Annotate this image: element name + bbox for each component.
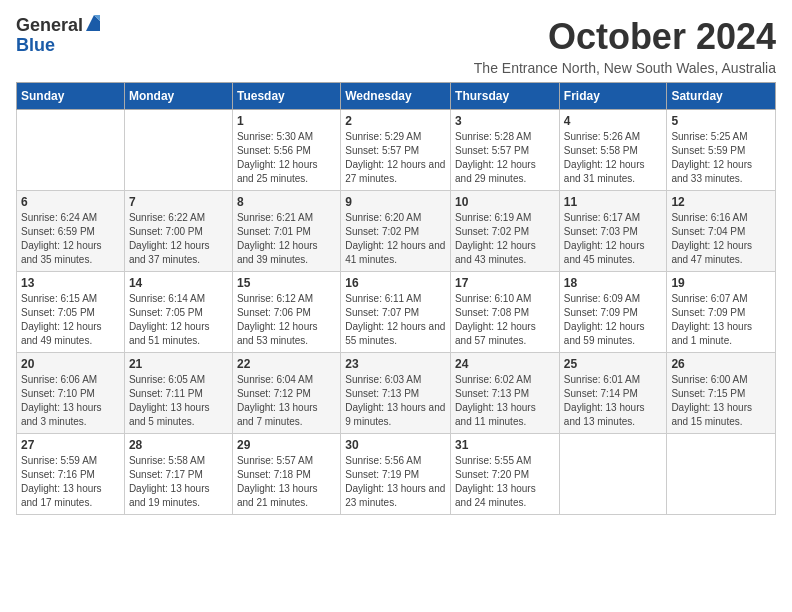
day-info: Sunrise: 6:15 AMSunset: 7:05 PMDaylight:… [21, 292, 120, 348]
day-number: 20 [21, 357, 120, 371]
day-number: 31 [455, 438, 555, 452]
calendar-cell: 29Sunrise: 5:57 AMSunset: 7:18 PMDayligh… [232, 434, 340, 515]
day-info: Sunrise: 6:21 AMSunset: 7:01 PMDaylight:… [237, 211, 336, 267]
day-number: 7 [129, 195, 228, 209]
calendar-cell: 26Sunrise: 6:00 AMSunset: 7:15 PMDayligh… [667, 353, 776, 434]
calendar-cell: 31Sunrise: 5:55 AMSunset: 7:20 PMDayligh… [451, 434, 560, 515]
header-cell-tuesday: Tuesday [232, 83, 340, 110]
day-number: 10 [455, 195, 555, 209]
calendar-cell: 13Sunrise: 6:15 AMSunset: 7:05 PMDayligh… [17, 272, 125, 353]
day-number: 30 [345, 438, 446, 452]
day-number: 17 [455, 276, 555, 290]
day-number: 4 [564, 114, 663, 128]
calendar-cell: 6Sunrise: 6:24 AMSunset: 6:59 PMDaylight… [17, 191, 125, 272]
day-info: Sunrise: 6:03 AMSunset: 7:13 PMDaylight:… [345, 373, 446, 429]
header-cell-friday: Friday [559, 83, 667, 110]
calendar-cell [667, 434, 776, 515]
calendar-cell: 19Sunrise: 6:07 AMSunset: 7:09 PMDayligh… [667, 272, 776, 353]
day-number: 9 [345, 195, 446, 209]
calendar-week-row: 1Sunrise: 5:30 AMSunset: 5:56 PMDaylight… [17, 110, 776, 191]
day-number: 6 [21, 195, 120, 209]
day-number: 11 [564, 195, 663, 209]
calendar-cell: 16Sunrise: 6:11 AMSunset: 7:07 PMDayligh… [341, 272, 451, 353]
month-title: October 2024 [474, 16, 776, 58]
calendar-cell: 25Sunrise: 6:01 AMSunset: 7:14 PMDayligh… [559, 353, 667, 434]
day-number: 21 [129, 357, 228, 371]
calendar-cell: 1Sunrise: 5:30 AMSunset: 5:56 PMDaylight… [232, 110, 340, 191]
calendar-cell: 4Sunrise: 5:26 AMSunset: 5:58 PMDaylight… [559, 110, 667, 191]
calendar-cell: 14Sunrise: 6:14 AMSunset: 7:05 PMDayligh… [124, 272, 232, 353]
day-info: Sunrise: 6:07 AMSunset: 7:09 PMDaylight:… [671, 292, 771, 348]
calendar-cell: 28Sunrise: 5:58 AMSunset: 7:17 PMDayligh… [124, 434, 232, 515]
day-number: 19 [671, 276, 771, 290]
day-info: Sunrise: 6:00 AMSunset: 7:15 PMDaylight:… [671, 373, 771, 429]
header-cell-saturday: Saturday [667, 83, 776, 110]
calendar-week-row: 27Sunrise: 5:59 AMSunset: 7:16 PMDayligh… [17, 434, 776, 515]
day-info: Sunrise: 5:26 AMSunset: 5:58 PMDaylight:… [564, 130, 663, 186]
day-number: 29 [237, 438, 336, 452]
calendar-cell: 3Sunrise: 5:28 AMSunset: 5:57 PMDaylight… [451, 110, 560, 191]
calendar-cell: 17Sunrise: 6:10 AMSunset: 7:08 PMDayligh… [451, 272, 560, 353]
day-info: Sunrise: 5:57 AMSunset: 7:18 PMDaylight:… [237, 454, 336, 510]
calendar-cell: 8Sunrise: 6:21 AMSunset: 7:01 PMDaylight… [232, 191, 340, 272]
header-cell-wednesday: Wednesday [341, 83, 451, 110]
day-info: Sunrise: 6:14 AMSunset: 7:05 PMDaylight:… [129, 292, 228, 348]
logo-icon [84, 15, 102, 33]
calendar-cell: 27Sunrise: 5:59 AMSunset: 7:16 PMDayligh… [17, 434, 125, 515]
calendar-cell: 12Sunrise: 6:16 AMSunset: 7:04 PMDayligh… [667, 191, 776, 272]
day-number: 1 [237, 114, 336, 128]
calendar-cell: 24Sunrise: 6:02 AMSunset: 7:13 PMDayligh… [451, 353, 560, 434]
page-header: General Blue October 2024 The Entrance N… [16, 16, 776, 76]
day-info: Sunrise: 6:20 AMSunset: 7:02 PMDaylight:… [345, 211, 446, 267]
day-number: 28 [129, 438, 228, 452]
calendar-week-row: 20Sunrise: 6:06 AMSunset: 7:10 PMDayligh… [17, 353, 776, 434]
day-info: Sunrise: 6:10 AMSunset: 7:08 PMDaylight:… [455, 292, 555, 348]
day-info: Sunrise: 6:02 AMSunset: 7:13 PMDaylight:… [455, 373, 555, 429]
calendar-cell [17, 110, 125, 191]
calendar-cell: 20Sunrise: 6:06 AMSunset: 7:10 PMDayligh… [17, 353, 125, 434]
day-number: 3 [455, 114, 555, 128]
header-row: SundayMondayTuesdayWednesdayThursdayFrid… [17, 83, 776, 110]
day-info: Sunrise: 5:30 AMSunset: 5:56 PMDaylight:… [237, 130, 336, 186]
day-info: Sunrise: 6:04 AMSunset: 7:12 PMDaylight:… [237, 373, 336, 429]
header-cell-monday: Monday [124, 83, 232, 110]
day-info: Sunrise: 6:11 AMSunset: 7:07 PMDaylight:… [345, 292, 446, 348]
day-number: 13 [21, 276, 120, 290]
calendar-cell: 30Sunrise: 5:56 AMSunset: 7:19 PMDayligh… [341, 434, 451, 515]
day-info: Sunrise: 6:17 AMSunset: 7:03 PMDaylight:… [564, 211, 663, 267]
day-number: 12 [671, 195, 771, 209]
day-number: 5 [671, 114, 771, 128]
calendar-cell: 21Sunrise: 6:05 AMSunset: 7:11 PMDayligh… [124, 353, 232, 434]
day-number: 8 [237, 195, 336, 209]
calendar-cell: 10Sunrise: 6:19 AMSunset: 7:02 PMDayligh… [451, 191, 560, 272]
day-number: 15 [237, 276, 336, 290]
day-number: 24 [455, 357, 555, 371]
title-section: October 2024 The Entrance North, New Sou… [474, 16, 776, 76]
calendar-week-row: 13Sunrise: 6:15 AMSunset: 7:05 PMDayligh… [17, 272, 776, 353]
day-info: Sunrise: 6:09 AMSunset: 7:09 PMDaylight:… [564, 292, 663, 348]
day-number: 25 [564, 357, 663, 371]
day-info: Sunrise: 6:24 AMSunset: 6:59 PMDaylight:… [21, 211, 120, 267]
calendar-cell: 9Sunrise: 6:20 AMSunset: 7:02 PMDaylight… [341, 191, 451, 272]
calendar-cell [559, 434, 667, 515]
calendar-cell: 11Sunrise: 6:17 AMSunset: 7:03 PMDayligh… [559, 191, 667, 272]
calendar-cell: 5Sunrise: 5:25 AMSunset: 5:59 PMDaylight… [667, 110, 776, 191]
calendar-cell: 2Sunrise: 5:29 AMSunset: 5:57 PMDaylight… [341, 110, 451, 191]
calendar-cell: 22Sunrise: 6:04 AMSunset: 7:12 PMDayligh… [232, 353, 340, 434]
day-info: Sunrise: 6:06 AMSunset: 7:10 PMDaylight:… [21, 373, 120, 429]
day-info: Sunrise: 5:28 AMSunset: 5:57 PMDaylight:… [455, 130, 555, 186]
day-number: 27 [21, 438, 120, 452]
day-info: Sunrise: 5:55 AMSunset: 7:20 PMDaylight:… [455, 454, 555, 510]
day-number: 14 [129, 276, 228, 290]
logo-blue-text: Blue [16, 36, 55, 56]
day-number: 2 [345, 114, 446, 128]
day-info: Sunrise: 6:01 AMSunset: 7:14 PMDaylight:… [564, 373, 663, 429]
day-info: Sunrise: 6:12 AMSunset: 7:06 PMDaylight:… [237, 292, 336, 348]
calendar-cell: 15Sunrise: 6:12 AMSunset: 7:06 PMDayligh… [232, 272, 340, 353]
day-info: Sunrise: 5:29 AMSunset: 5:57 PMDaylight:… [345, 130, 446, 186]
location-title: The Entrance North, New South Wales, Aus… [474, 60, 776, 76]
day-info: Sunrise: 6:05 AMSunset: 7:11 PMDaylight:… [129, 373, 228, 429]
calendar-cell [124, 110, 232, 191]
calendar-header: SundayMondayTuesdayWednesdayThursdayFrid… [17, 83, 776, 110]
calendar-cell: 23Sunrise: 6:03 AMSunset: 7:13 PMDayligh… [341, 353, 451, 434]
